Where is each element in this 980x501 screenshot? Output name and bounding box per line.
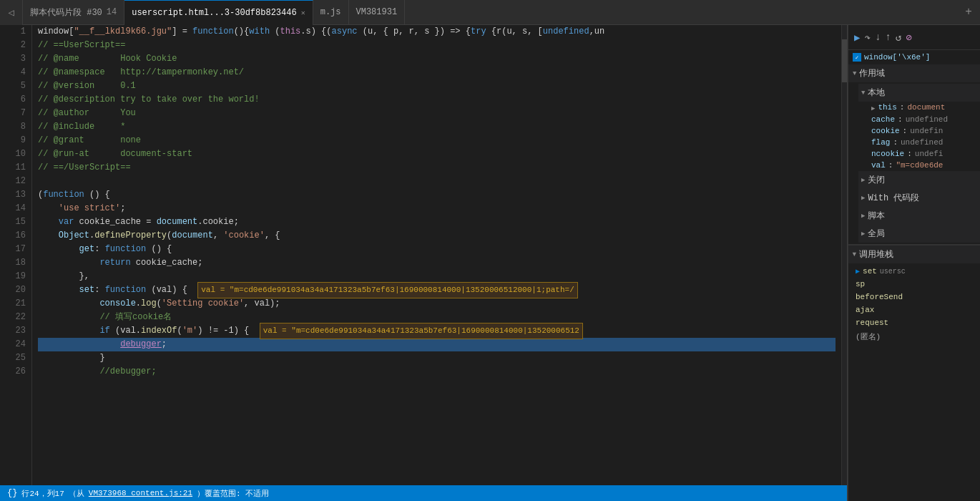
- callstack-label: 调用堆栈: [859, 248, 893, 261]
- step-over-button[interactable]: ↷: [864, 31, 870, 44]
- callstack-active-arrow: ▶: [856, 267, 860, 276]
- scope-item-ncookie: ncookie : undefi: [867, 148, 980, 160]
- status-link[interactable]: VM373968 content.js:21: [89, 489, 192, 497]
- with-arrow: ▶: [861, 194, 865, 202]
- scope-header[interactable]: ▼ 作用域: [848, 64, 980, 82]
- status-position: 行24，列17: [21, 488, 64, 499]
- code-line-4: // @namespace http://tampermonkey.net/: [38, 66, 836, 79]
- scope-items: ▼ 本地 ▶ this : document cache :: [848, 82, 980, 244]
- this-expand-arrow[interactable]: ▶: [871, 104, 875, 112]
- code-line-9: // @grant none: [38, 134, 836, 147]
- scope-item-val: val : "m=cd0e6de: [867, 160, 980, 171]
- code-line-15: var cookie_cache = document.cookie;: [38, 215, 836, 229]
- main-content: 1 2 3 4 5 6 7 8 9 10 11 12 13 14 15 16 1…: [0, 25, 980, 501]
- add-tab-button[interactable]: +: [957, 0, 980, 25]
- step-out-button[interactable]: ↑: [885, 31, 891, 43]
- callstack-item-request[interactable]: request: [848, 316, 980, 329]
- code-area[interactable]: 1 2 3 4 5 6 7 8 9 10 11 12 13 14 15 16 1…: [0, 25, 847, 485]
- callstack-item-beforesend[interactable]: beforeSend: [848, 291, 980, 303]
- with-header[interactable]: ▶ With 代码段: [858, 189, 980, 207]
- callstack-item-ajax[interactable]: ajax: [848, 303, 980, 316]
- line-numbers: 1 2 3 4 5 6 7 8 9 10 11 12 13 14 15 16 1…: [0, 25, 32, 485]
- callstack-section: ▶ 调用堆栈 ▶ set usersc sp beforeSend: [848, 245, 980, 346]
- close-label: 关闭: [868, 174, 885, 186]
- scope-item-this: ▶ this : document: [867, 102, 980, 114]
- watch-row: ✓ window['\x6e']: [848, 50, 980, 64]
- script-header[interactable]: ▶ 脚本: [858, 207, 980, 225]
- scope-item-flag: flag : undefined: [867, 137, 980, 148]
- code-line-16: Object.defineProperty(document, 'cookie'…: [38, 229, 836, 243]
- callstack-items: ▶ set usersc sp beforeSend ajax request: [848, 263, 980, 346]
- scope-item-cache: cache : undefined: [867, 114, 980, 125]
- code-line-17: get: function () {: [38, 243, 836, 256]
- debug-controls: ▶ ↷ ↓ ↑ ↺ ⊘: [848, 25, 980, 50]
- scope-section[interactable]: ▼ 作用域 ▼ 本地 ▶ this : docume: [848, 64, 980, 501]
- scope-label: 作用域: [859, 67, 885, 79]
- code-line-10: // @run-at document-start: [38, 147, 836, 161]
- tab-userscript-label: userscript.html...3-30df8b823446: [132, 8, 296, 18]
- callstack-header[interactable]: ▶ 调用堆栈: [848, 245, 980, 263]
- tab-snippet30-label: 脚本代码片段 #30: [30, 6, 102, 19]
- close-header[interactable]: ▶ 关闭: [858, 171, 980, 189]
- code-editor: 1 2 3 4 5 6 7 8 9 10 11 12 13 14 15 16 1…: [0, 25, 848, 501]
- code-line-7: // @author You: [38, 107, 836, 120]
- tab-userscript[interactable]: userscript.html...3-30df8b823446 ✕: [124, 0, 313, 25]
- right-panel: ▶ ↷ ↓ ↑ ↺ ⊘ ✓ window['\x6e'] ▼ 作用域: [848, 25, 980, 501]
- code-line-6: // @description try to take over the wor…: [38, 93, 836, 107]
- code-line-24: debugger;: [38, 338, 836, 351]
- tab-vm381931-label: VM381931: [356, 7, 398, 17]
- deactivate-button[interactable]: ⊘: [906, 31, 911, 44]
- tab-snippet30-count: 14: [107, 7, 117, 17]
- close-arrow: ▶: [861, 176, 865, 184]
- callstack-item-sp[interactable]: sp: [848, 278, 980, 291]
- code-line-5: // @version 0.1: [38, 79, 836, 93]
- global-arrow: ▶: [861, 230, 865, 238]
- code-line-18: return cookie_cache;: [38, 256, 836, 270]
- callstack-arrow: ▶: [851, 253, 858, 256]
- scope-arrow: ▼: [853, 70, 856, 77]
- script-label: 脚本: [868, 210, 885, 222]
- code-line-1: window["__f__lkdl9k66.jgu"] = function()…: [38, 25, 836, 39]
- code-line-25: }: [38, 351, 836, 365]
- callstack-item-set[interactable]: ▶ set usersc: [848, 265, 980, 278]
- code-line-3: // @name Hook Cookie: [38, 52, 836, 66]
- code-line-21: console.log('Setting cookie', val);: [38, 297, 836, 311]
- scrollbar-thumb[interactable]: [842, 39, 847, 82]
- code-line-23: if (val.indexOf('m') != -1) { val = "m=c…: [38, 324, 836, 338]
- status-from: （从: [69, 488, 84, 499]
- global-header[interactable]: ▶ 全局: [858, 225, 980, 243]
- callstack-item-anon[interactable]: (匿名): [848, 329, 980, 344]
- status-icon: {}: [7, 488, 17, 498]
- code-line-11: // ==/UserScript==: [38, 161, 836, 175]
- restart-button[interactable]: ↺: [896, 31, 901, 44]
- code-line-20: set: function (val) { val = "m=cd0e6de99…: [38, 283, 836, 297]
- step-into-button[interactable]: ↓: [875, 31, 881, 43]
- code-line-2: // ==UserScript==: [38, 39, 836, 52]
- scope-item-cookie: cookie : undefin: [867, 125, 980, 137]
- code-content[interactable]: window["__f__lkdl9k66.jgu"] = function()…: [32, 25, 841, 485]
- script-arrow: ▶: [861, 212, 865, 220]
- tab-snippet30[interactable]: 脚本代码片段 #30 14: [23, 0, 124, 25]
- status-bar: {} 行24，列17 （从 VM373968 content.js:21 ）覆盖…: [0, 485, 847, 501]
- global-label: 全局: [868, 228, 885, 240]
- back-button[interactable]: ◁: [0, 0, 23, 25]
- with-label: With 代码段: [868, 192, 919, 204]
- local-vars: ▶ this : document cache : undefined cook…: [858, 102, 980, 171]
- status-after: ）覆盖范围: 不适用: [197, 488, 269, 499]
- code-line-26: //debugger;: [38, 365, 836, 379]
- tab-vm381931[interactable]: VM381931: [349, 0, 406, 25]
- tab-bar: ◁ 脚本代码片段 #30 14 userscript.html...3-30df…: [0, 0, 980, 25]
- local-label: 本地: [868, 87, 885, 99]
- local-arrow: ▼: [861, 89, 865, 97]
- vertical-scrollbar[interactable]: [841, 25, 847, 485]
- tab-mjs-label: m.js: [320, 7, 341, 17]
- local-header[interactable]: ▼ 本地: [858, 84, 980, 102]
- code-line-12: [38, 175, 836, 188]
- watch-label: window['\x6e']: [864, 53, 930, 62]
- watch-checkbox[interactable]: ✓: [853, 53, 861, 62]
- resume-button[interactable]: ▶: [854, 31, 860, 44]
- code-line-13: (function () {: [38, 188, 836, 202]
- tab-close-button[interactable]: ✕: [301, 9, 305, 17]
- scope-group-main: ▼ 作用域 ▼ 本地 ▶ this : docume: [848, 64, 980, 245]
- tab-mjs[interactable]: m.js: [313, 0, 349, 25]
